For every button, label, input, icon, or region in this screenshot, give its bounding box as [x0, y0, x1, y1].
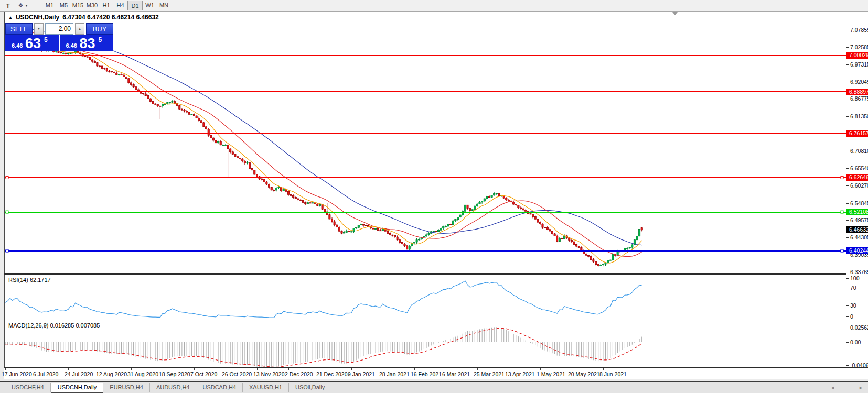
axis-label [846, 30, 849, 30]
date-axis[interactable]: 17 Jun 20206 Jul 202024 Jul 202012 Aug 2… [4, 367, 868, 379]
chart-ohlc-values: 6.47304 6.47420 6.46214 6.46632 [62, 14, 159, 21]
timeframe-button-h1[interactable]: H1 [99, 1, 113, 9]
date-label: 26 Oct 2020 [222, 371, 252, 377]
macd-label: MACD(12,26,9) 0.016285 0.007085 [8, 322, 100, 329]
volume-decrease-button[interactable]: ▼ [34, 23, 44, 35]
timeframe-button-d1[interactable]: D1 [127, 1, 143, 10]
tab-scroll-left-button[interactable]: ◄ [830, 385, 835, 390]
sell-button[interactable]: SELL [5, 23, 33, 35]
price-badge: 6.46632 [846, 226, 868, 233]
text-tool-button[interactable]: T [2, 1, 14, 10]
date-label: 2 Dec 2020 [285, 371, 313, 377]
axis-label: 6.49575 [850, 217, 868, 223]
axis-label [846, 168, 849, 169]
date-tick [446, 368, 446, 370]
axis-label [846, 255, 849, 255]
chart-tab-usoil[interactable]: USOil,Daily [289, 383, 331, 392]
timeframe-button-m15[interactable]: M15 [71, 1, 85, 9]
date-tick [257, 368, 258, 370]
panel-separator[interactable] [4, 273, 846, 274]
price-chart[interactable] [5, 12, 846, 273]
axis-label: 7.02585 [850, 44, 868, 50]
sell-quote[interactable]: 6.46 63 5 [5, 35, 59, 51]
axis-label [846, 365, 849, 366]
date-tick [37, 368, 37, 370]
chart-tab-audusd[interactable]: AUDUSD,H4 [150, 383, 197, 392]
tab-scroll-right-button[interactable]: ► [859, 385, 863, 390]
timeframe-button-h4[interactable]: H4 [113, 1, 127, 9]
date-tick [226, 368, 226, 370]
chart-title: ▲ USDCNH,Daily 6.47304 6.47420 6.46214 6… [8, 14, 159, 21]
toolbar-gripper[interactable] [36, 2, 39, 9]
objects-tool-button[interactable]: ❖ ▼ [15, 1, 31, 10]
date-label: 12 Aug 2020 [96, 371, 127, 377]
axis-label [846, 328, 849, 328]
date-tick [603, 368, 604, 370]
axis-label: 6.33765 [850, 269, 868, 275]
date-tick [100, 368, 100, 370]
macd-panel[interactable] [5, 320, 846, 367]
date-tick [194, 368, 195, 370]
date-label: 21 Dec 2020 [316, 371, 348, 377]
axis-label [846, 99, 849, 99]
rsi-panel[interactable] [5, 275, 846, 319]
axis-label: 6.44305 [850, 234, 868, 241]
axis-label [846, 278, 849, 279]
date-label: 18 Sep 2020 [159, 371, 190, 377]
buy-price-sup: 5 [99, 36, 102, 43]
buy-price-prefix: 6.46 [66, 42, 77, 49]
date-tick [288, 368, 289, 370]
axis-label: 0 [850, 313, 853, 320]
date-label: 7 Oct 2020 [190, 371, 217, 377]
price-axis[interactable]: 7.078557.025856.973156.920456.867756.813… [846, 12, 868, 368]
date-tick [414, 368, 415, 370]
date-label: 8 Jun 2021 [599, 371, 627, 377]
date-tick [509, 368, 509, 370]
chart-symbol-period: USDCNH,Daily [16, 14, 59, 21]
timeframe-button-w1[interactable]: W1 [143, 1, 157, 9]
date-tick [351, 368, 352, 370]
axis-label [846, 82, 849, 82]
date-tick [131, 368, 132, 370]
price-badge: 6.62646 [846, 174, 868, 181]
chart-tab-usdchf[interactable]: USDCHF,H4 [5, 383, 51, 392]
buy-quote[interactable]: 6.46 83 5 [59, 35, 114, 51]
quote-display: 6.46 63 5 6.46 83 5 [5, 35, 113, 51]
chart-tab-eurusd[interactable]: EURUSD,H4 [103, 383, 150, 392]
axis-label [846, 116, 849, 117]
axis-label [846, 288, 849, 288]
chart-shift-marker-icon[interactable] [672, 12, 678, 15]
axis-label [846, 305, 849, 306]
buy-button[interactable]: BUY [86, 23, 113, 35]
date-label: 20 May 2021 [568, 371, 600, 377]
timeframe-button-m30[interactable]: M30 [85, 1, 99, 9]
volume-increase-button[interactable]: ▲ [75, 23, 84, 35]
chevron-down-icon: ▼ [25, 4, 28, 7]
timeframe-button-m5[interactable]: M5 [57, 1, 71, 9]
mt4-terminal: T ❖ ▼ M1M5M15M30H1H4D1W1MN 7.078557.0258… [0, 0, 868, 393]
sell-price-sup: 5 [44, 36, 48, 43]
date-label: 13 Nov 2020 [253, 371, 285, 377]
volume-input[interactable] [45, 23, 73, 35]
price-badge: 6.52108 [846, 209, 868, 215]
chart-tab-usdcnh[interactable]: USDCNH,Daily [51, 383, 104, 393]
axis-label: 6.81350 [850, 113, 868, 119]
axis-label: 6.60270 [850, 182, 868, 189]
panel-separator[interactable] [4, 319, 846, 319]
date-tick [163, 368, 163, 370]
axis-label: 6.86775 [850, 95, 868, 102]
date-label: 31 Aug 2020 [127, 371, 158, 377]
chart-tab-xauusd[interactable]: XAUUSD,H1 [243, 383, 289, 392]
axis-label: 0.025623 [850, 324, 868, 331]
axis-label: 70 [850, 285, 856, 291]
chart-tab-usdcad[interactable]: USDCAD,H4 [196, 383, 243, 392]
timeframe-button-m1[interactable]: M1 [42, 1, 57, 9]
axis-label: 7.07855 [850, 27, 868, 33]
price-badge: 7.00029 [846, 52, 868, 59]
axis-label [846, 220, 849, 221]
axis-label: 6.70810 [850, 148, 868, 154]
buy-price-big: 83 [80, 36, 95, 51]
timeframe-button-mn[interactable]: MN [157, 1, 171, 9]
date-tick [477, 368, 478, 370]
date-label: 16 Feb 2021 [411, 371, 442, 377]
